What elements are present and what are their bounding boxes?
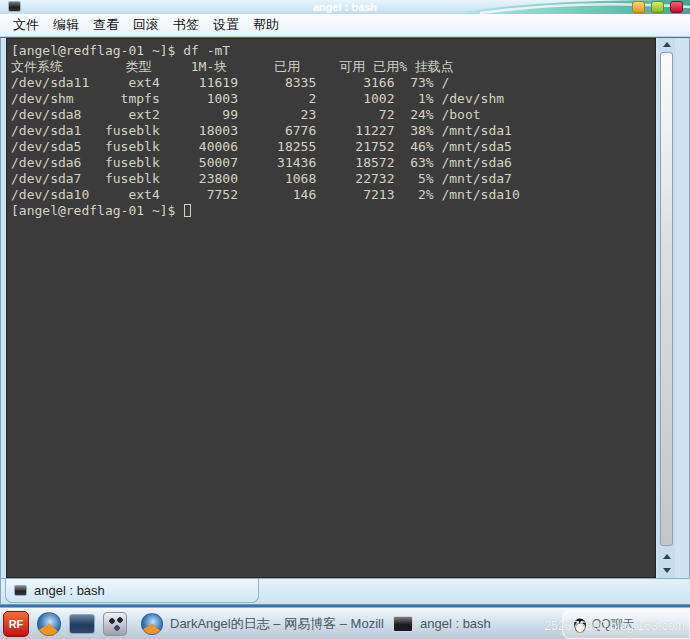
menu-scrollback[interactable]: 回滚 [126,14,166,36]
terminal-line-df-row: /dev/sda10 ext4 7752 146 7213 2% /mnt/sd… [11,187,655,203]
chevron-up-icon [663,42,671,47]
qq-penguin-icon[interactable] [573,617,587,633]
window-frame: [angel@redflag-01 ~]$ df -mT 文件系统 类型 1M-… [0,38,690,605]
menu-bookmarks[interactable]: 书签 [166,14,206,36]
terminal-icon [14,585,27,596]
terminal-output-area[interactable]: [angel@redflag-01 ~]$ df -mT 文件系统 类型 1M-… [6,38,656,578]
task-label: angel : bash [420,616,491,631]
menu-edit[interactable]: 编辑 [46,14,86,36]
scrollbar-up-button[interactable] [658,38,675,51]
terminal-line-df-row: /dev/sda8 ext2 99 23 72 24% /boot [11,107,655,123]
system-tray[interactable]: QQ聊天 [562,610,690,639]
scrollbar-down-button[interactable] [658,564,675,577]
minimize-button[interactable] [632,1,645,13]
terminal-line-df-row: /dev/sda5 fuseblk 40006 18255 21752 46% … [11,139,655,155]
terminal-line-df-row: /dev/sda1 fuseblk 18003 6776 11227 38% /… [11,123,655,139]
menu-help[interactable]: 帮助 [246,14,286,36]
terminal-line-df-row: /dev/sda11 ext4 11619 8335 3166 73% / [11,75,655,91]
menubar: 文件 编辑 查看 回滚 书签 设置 帮助 [0,14,690,37]
terminal-line-df-header: 文件系统 类型 1M-块 已用 可用 已用% 挂载点 [11,59,655,75]
scrollbar-thumb[interactable] [660,52,673,546]
chevron-up-icon [663,554,671,559]
terminal-line-df-row: /dev/sda6 fuseblk 50007 31436 18572 63% … [11,155,655,171]
terminal-launcher-icon[interactable] [69,614,95,634]
close-button[interactable] [670,1,683,13]
taskbar: RF DarkAngel的日志 – 网易博客 – Mozill angel : … [0,607,690,639]
menu-view[interactable]: 查看 [86,14,126,36]
chevron-down-icon [663,568,671,573]
taskbar-task-konsole[interactable]: angel : bash [387,610,557,638]
menu-settings[interactable]: 设置 [206,14,246,36]
tray-qq-label: QQ聊天 [592,616,635,633]
terminal-line-df-row: /dev/sda7 fuseblk 23800 1068 22732 5% /m… [11,171,655,187]
task-label: DarkAngel的日志 – 网易博客 – Mozill [170,615,384,633]
start-menu-button[interactable]: RF [3,611,29,637]
firefox-launcher-icon[interactable] [37,612,61,636]
terminal-cursor [184,204,191,217]
terminal-prompt-line: [angel@redflag-01 ~]$ [11,203,655,219]
tab-bar: angel : bash [1,578,690,604]
titlebar[interactable]: angel : bash [0,0,690,14]
terminal-line-df-row: /dev/shm tmpfs 1003 2 1002 1% /dev/shm [11,91,655,107]
media-player-launcher-icon[interactable] [103,612,127,636]
terminal-scrollbar[interactable] [658,38,675,578]
tab-label: angel : bash [34,583,105,598]
terminal-line: [angel@redflag-01 ~]$ df -mT [11,43,655,59]
terminal-icon [393,616,413,632]
terminal-text: [angel@redflag-01 ~]$ df -mT 文件系统 类型 1M-… [7,39,655,219]
terminal-prompt: [angel@redflag-01 ~]$ [11,203,183,218]
screen: angel : bash 文件 编辑 查看 回滚 书签 设置 帮助 [angel… [0,0,690,639]
menu-file[interactable]: 文件 [6,14,46,36]
maximize-button[interactable] [651,1,664,13]
window-bottom-edge [1,604,690,605]
taskbar-task-firefox[interactable]: DarkAngel的日志 – 网易博客 – Mozill [135,610,387,638]
scrollbar-up-button-bottom[interactable] [658,550,675,563]
firefox-icon [141,613,163,635]
window-title: angel : bash [0,0,690,14]
tab-angel-bash[interactable]: angel : bash [5,579,259,603]
